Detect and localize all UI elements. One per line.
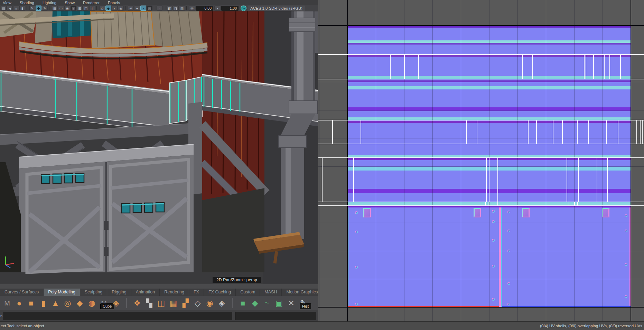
- xray-joints-icon[interactable]: ◨: [173, 6, 179, 11]
- all-lights-icon[interactable]: ●: [134, 6, 140, 11]
- isolate-select-icon[interactable]: ▫: [157, 6, 162, 11]
- select-object-checker-icon[interactable]: ■: [237, 297, 249, 310]
- film-gate-icon[interactable]: ▭: [58, 6, 64, 11]
- shelf-tab-poly-modeling[interactable]: Poly Modeling: [44, 289, 80, 296]
- wireframe-on-shaded-icon[interactable]: ◈: [118, 6, 124, 11]
- contrast-icon[interactable]: ◑: [214, 6, 220, 11]
- poly-torus-icon[interactable]: ◎: [62, 297, 74, 310]
- spin-edge-icon[interactable]: ◈: [216, 297, 228, 310]
- shelf-tab-rendering[interactable]: Rendering: [160, 289, 189, 296]
- uv-shell-stats: (0/4) UV shells, (0/0) overlapping UVs, …: [540, 324, 642, 328]
- poly-cube-interactive-icon[interactable]: MCube: [98, 297, 110, 310]
- connect-icon[interactable]: ▞: [179, 297, 192, 310]
- panel-divider[interactable]: [0, 284, 318, 289]
- safe-title-icon[interactable]: T: [89, 6, 95, 11]
- uv-shell-edge: [640, 120, 641, 144]
- circularize-icon[interactable]: ◉: [204, 297, 216, 310]
- shelf-tab-animation[interactable]: Animation: [131, 289, 160, 296]
- bookmark-icon[interactable]: ▮: [19, 6, 25, 11]
- uv-shell-border: [318, 157, 644, 158]
- uv-shell-border: [318, 120, 644, 120]
- uv-shell-edge: [489, 157, 489, 202]
- shelf-tab-fx-caching[interactable]: FX Caching: [204, 289, 236, 296]
- select-camera-icon[interactable]: ▤: [1, 6, 7, 11]
- pan-zoom-label: 2D Pan/Zoom : persp: [213, 277, 261, 283]
- uv-editor-panel[interactable]: [318, 0, 644, 321]
- uv-shell-edge: [642, 120, 643, 144]
- menu-renderer[interactable]: Renderer: [83, 1, 100, 5]
- shelf-tab-fx[interactable]: FX: [189, 289, 204, 296]
- menu-show[interactable]: Show: [65, 1, 75, 5]
- select-curve-checker-icon[interactable]: ~: [261, 297, 273, 310]
- command-result-field[interactable]: [235, 312, 316, 320]
- menu-panels[interactable]: Panels: [108, 1, 120, 5]
- shelf-tab-motion-graphics[interactable]: Motion Graphics: [282, 289, 318, 296]
- pencil-history-icon[interactable]: ✎Hist: [297, 297, 309, 310]
- poly-cone-icon[interactable]: ▲: [49, 297, 62, 310]
- toolbar-separator: [125, 6, 127, 10]
- default-lighting-icon[interactable]: ☀: [128, 6, 134, 11]
- knife-icon[interactable]: ✕: [285, 297, 297, 310]
- select-window-checker-icon[interactable]: ▣: [273, 297, 285, 310]
- line-width-icon[interactable]: ▥: [179, 6, 185, 11]
- poly-sphere-icon[interactable]: ●: [13, 297, 25, 310]
- lock-camera-icon[interactable]: ◄: [7, 6, 13, 11]
- textured-icon[interactable]: ◐: [112, 6, 118, 11]
- mirror-icon[interactable]: ◫: [155, 297, 167, 310]
- uv-shell-edge: [497, 157, 498, 202]
- shelf-tab-custom[interactable]: Custom: [236, 289, 260, 296]
- gamma-field[interactable]: 1.00: [221, 6, 239, 11]
- toolbar-separator: [164, 6, 165, 10]
- safe-action-icon[interactable]: ◫: [83, 6, 89, 11]
- uv-grid-line-h: [318, 279, 644, 279]
- uv-shell-edge: [361, 120, 361, 144]
- multi-cut-icon[interactable]: ▦: [167, 297, 179, 310]
- uv-shell-edge: [532, 54, 533, 79]
- shaded-icon[interactable]: ◆: [105, 6, 111, 11]
- shelf-tab-mash[interactable]: MASH: [260, 289, 282, 296]
- camera-attributes-icon[interactable]: ☼: [13, 6, 19, 11]
- uv-shell-edge: [577, 120, 578, 144]
- shadows-icon[interactable]: ◗: [140, 6, 146, 11]
- poly-cylinder-icon[interactable]: ▮: [37, 297, 49, 310]
- view-transform-label[interactable]: ACES 1.0 SDR-video (sRGB): [248, 6, 305, 11]
- poly-plane-icon[interactable]: ◆: [74, 297, 86, 310]
- quad-draw-icon[interactable]: ▚: [143, 297, 155, 310]
- poly-disc-icon[interactable]: ◍: [86, 297, 98, 310]
- maya-logo-icon[interactable]: M: [1, 297, 13, 310]
- exposure-field[interactable]: 0.00: [196, 6, 213, 11]
- viewport-canvas[interactable]: 2D Pan/Zoom : persp: [0, 11, 318, 284]
- menu-view[interactable]: View: [3, 1, 11, 5]
- smooth-icon[interactable]: ◇: [192, 297, 204, 310]
- menu-shading[interactable]: Shading: [20, 1, 34, 5]
- uv-panel-rivet: [625, 295, 627, 298]
- uv-panel-rivet: [492, 298, 495, 301]
- wireframe-icon[interactable]: ◇: [99, 6, 105, 11]
- occlusion-icon[interactable]: ▩: [147, 6, 152, 11]
- shelf-tab-curves-surfaces[interactable]: Curves / Surfaces: [0, 289, 44, 296]
- color-management-on-icon[interactable]: ON: [241, 6, 246, 11]
- xray-icon[interactable]: ◧: [167, 6, 172, 11]
- 2d-pan-zoom-icon[interactable]: ✚: [36, 6, 41, 11]
- uv-shell-border: [318, 144, 644, 144]
- mel-input[interactable]: [3, 312, 232, 320]
- select-cube-checker-icon[interactable]: ◆: [249, 297, 261, 310]
- uv-grid-line-h: [318, 110, 644, 110]
- poly-cube-icon[interactable]: ■: [25, 297, 37, 310]
- viewport-3d-scene: [0, 11, 318, 284]
- grease-pencil-icon[interactable]: ✎: [42, 6, 48, 11]
- exposure-icon[interactable]: ◎: [189, 6, 195, 11]
- viewport-panel: ViewShadingLightingShowRendererPanels ▤◄…: [0, 0, 318, 321]
- booleans-icon[interactable]: ❖: [131, 297, 143, 310]
- uv-shell-edge: [466, 120, 467, 144]
- field-chart-icon[interactable]: ⊞: [77, 6, 83, 11]
- resolution-gate-icon[interactable]: ◉: [64, 6, 70, 11]
- image-plane-icon[interactable]: ✎: [29, 6, 35, 11]
- shelf-tab-rigging[interactable]: Rigging: [107, 289, 131, 296]
- shelf-tab-sculpting[interactable]: Sculpting: [80, 289, 107, 296]
- platonic-solid-icon[interactable]: ◈: [110, 297, 122, 310]
- grid-icon[interactable]: ▦: [52, 6, 58, 11]
- gate-mask-icon[interactable]: ▣: [71, 6, 76, 11]
- menu-lighting[interactable]: Lighting: [43, 1, 56, 5]
- uv-panel-latch: [602, 208, 609, 217]
